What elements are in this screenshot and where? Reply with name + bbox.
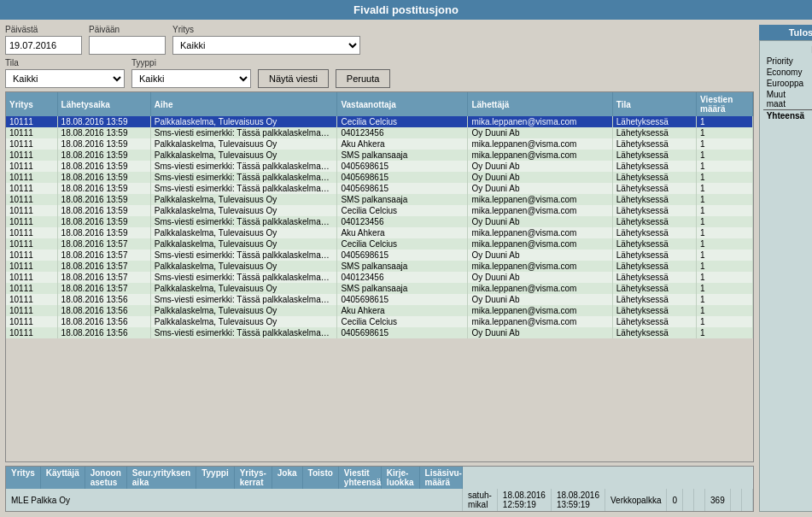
table-row[interactable]: 1011118.08.2016 13:59Sms-viesti esimerkk… <box>6 216 752 227</box>
table-row[interactable]: 1011118.08.2016 13:59Sms-viesti esimerkk… <box>6 161 752 172</box>
status-lisasivu <box>741 489 752 511</box>
main-window: Fivaldi postitusjono Päivästä Päivään Yr… <box>0 0 812 517</box>
status-joka <box>683 489 694 511</box>
tila-group: Tila Kaikki <box>5 58 125 88</box>
table-row[interactable]: 1011118.08.2016 13:56Palkkalaskelma, Tul… <box>6 316 752 327</box>
paivasta-label: Päivästä <box>5 25 82 34</box>
status-kirje <box>730 489 741 511</box>
peruuta-button[interactable]: Peruuta <box>336 69 391 88</box>
yritys-label: Yritys <box>172 25 360 34</box>
form-row: Päivästä Päivään Yritys Kaikki <box>5 25 754 55</box>
tila-select[interactable]: Kaikki <box>5 69 125 88</box>
right-table-row: Economy00 <box>763 67 812 78</box>
col-header-yritys: Yritys <box>6 92 57 116</box>
right-table-body: Priority00Economy00Eurooppa00Muut maat00… <box>763 56 812 121</box>
paivasta-group: Päivästä <box>5 25 82 55</box>
right-panel: Tulostuspalvelu Kirjeet Lisäsivut Priori… <box>759 25 812 512</box>
table-row[interactable]: 1011118.08.2016 13:57Sms-viesti esimerkk… <box>6 250 752 261</box>
right-panel-title: Tulostuspalvelu <box>759 25 812 40</box>
col-header-aika: Lähetysaika <box>57 92 150 116</box>
tyyppi-group: Tyyppi Kaikki <box>131 58 251 88</box>
table-row[interactable]: 1011118.08.2016 13:57Sms-viesti esimerkk… <box>6 272 752 283</box>
table-row[interactable]: 1011118.08.2016 13:56Palkkalaskelma, Tul… <box>6 305 752 316</box>
nayta-viesti-button[interactable]: Näytä viesti <box>258 69 329 88</box>
status-col-toisto: Toisto <box>303 467 339 489</box>
status-kayttaja: satuh-mikal <box>463 489 498 511</box>
right-table-row: Priority00 <box>763 56 812 67</box>
status-col-kirje: Kirje-luokka <box>382 467 420 489</box>
status-col-lisasivu: Lisäsivu-määrä <box>420 467 463 489</box>
table-row[interactable]: 1011118.08.2016 13:59Sms-viesti esimerkk… <box>6 127 752 138</box>
paivaan-input[interactable] <box>89 36 166 55</box>
window-title: Fivaldi postitusjono <box>353 3 459 16</box>
table-row[interactable]: 1011118.08.2016 13:59Palkkalaskelma, Tul… <box>6 227 752 238</box>
status-header-row: Yritys Käyttäjä Jonoon asetus Seur.yrity… <box>6 467 463 489</box>
tyyppi-select[interactable]: Kaikki <box>131 69 251 88</box>
tila-label: Tila <box>5 58 125 68</box>
table-row[interactable]: 1011118.08.2016 13:59Palkkalaskelma, Tul… <box>6 205 752 216</box>
form-row-2: Tila Kaikki Tyyppi Kaikki Näytä viesti P… <box>5 58 754 88</box>
col-header-vastaanottaja: Vastaanottaja <box>337 92 468 116</box>
table-row[interactable]: 1011118.08.2016 13:59Palkkalaskelma, Tul… <box>6 116 752 127</box>
status-table: Yritys Käyttäjä Jonoon asetus Seur.yrity… <box>6 467 753 511</box>
status-kerrat: 0 <box>667 489 683 511</box>
title-bar: Fivaldi postitusjono <box>0 0 812 20</box>
table-row[interactable]: 1011118.08.2016 13:59Sms-viesti esimerkk… <box>6 183 752 194</box>
right-table-row: Eurooppa00 <box>763 78 812 89</box>
status-toisto <box>694 489 705 511</box>
status-tyyppi: Verkkopalkka <box>605 489 666 511</box>
right-table: Kirjeet Lisäsivut Priority00Economy00Eur… <box>763 44 812 121</box>
right-table-row: Muut maat00 <box>763 89 812 110</box>
status-bar: Yritys Käyttäjä Jonoon asetus Seur.yrity… <box>5 466 754 512</box>
right-col-kirjeet: Kirjeet <box>808 44 812 56</box>
data-table-container: Yritys Lähetysaika Aihe Vastaanottaja Lä… <box>5 91 754 462</box>
table-row[interactable]: 1011118.08.2016 13:59Palkkalaskelma, Tul… <box>6 194 752 205</box>
paivasta-input[interactable] <box>5 36 82 55</box>
table-row[interactable]: 1011118.08.2016 13:57Palkkalaskelma, Tul… <box>6 283 752 294</box>
col-header-lahettaja: Lähettäjä <box>468 92 612 116</box>
paivaan-group: Päivään <box>89 25 166 55</box>
yritys-select[interactable]: Kaikki <box>172 36 360 55</box>
status-col-kayttaja: Käyttäjä <box>41 467 85 489</box>
status-viestit: 369 <box>705 489 731 511</box>
status-seur: 18.08.2016 13:59:19 <box>551 489 605 511</box>
status-col-joka: Joka <box>272 467 303 489</box>
paivaan-label: Päivään <box>89 25 166 34</box>
table-row[interactable]: 1011118.08.2016 13:57Palkkalaskelma, Tul… <box>6 238 752 250</box>
data-table: Yritys Lähetysaika Aihe Vastaanottaja Lä… <box>6 92 753 338</box>
status-col-kerrat: Yritys-kerrat <box>235 467 272 489</box>
yritys-group: Yritys Kaikki <box>172 25 360 55</box>
table-row[interactable]: 1011118.08.2016 13:59Sms-viesti esimerkk… <box>6 172 752 183</box>
table-header-row: Yritys Lähetysaika Aihe Vastaanottaja Lä… <box>6 92 752 116</box>
table-body: 1011118.08.2016 13:59Palkkalaskelma, Tul… <box>6 116 752 338</box>
table-row[interactable]: 1011118.08.2016 13:56Sms-viesti esimerkk… <box>6 327 752 338</box>
status-yritys: MLE Palkka Oy <box>6 489 463 511</box>
right-col-empty <box>763 44 808 56</box>
col-header-aihe: Aihe <box>150 92 337 116</box>
status-col-yritys: Yritys <box>6 467 41 489</box>
table-row[interactable]: 1011118.08.2016 13:59Palkkalaskelma, Tul… <box>6 138 752 150</box>
status-col-viestit: Viestityhteensä <box>339 467 382 489</box>
right-table-row: Yhteensä00 <box>763 110 812 122</box>
status-col-jonoon: Jonoon asetus <box>85 467 127 489</box>
status-col-tyyppi: Tyyppi <box>196 467 234 489</box>
tyyppi-label: Tyyppi <box>131 58 251 68</box>
right-table-header: Kirjeet Lisäsivut <box>763 44 812 56</box>
table-row[interactable]: 1011118.08.2016 13:57Palkkalaskelma, Tul… <box>6 261 752 272</box>
status-col-seur: Seur.yrityksen aika <box>127 467 196 489</box>
col-header-tila: Tila <box>612 92 696 116</box>
status-jonoon: 18.08.2016 12:59:19 <box>497 489 551 511</box>
status-data-row: MLE Palkka Oy satuh-mikal 18.08.2016 12:… <box>6 489 752 511</box>
table-row[interactable]: 1011118.08.2016 13:56Sms-viesti esimerkk… <box>6 294 752 305</box>
right-panel-content: Kirjeet Lisäsivut Priority00Economy00Eur… <box>759 40 812 512</box>
col-header-maara: Viestien määrä <box>697 92 753 116</box>
table-row[interactable]: 1011118.08.2016 13:59Palkkalaskelma, Tul… <box>6 150 752 161</box>
